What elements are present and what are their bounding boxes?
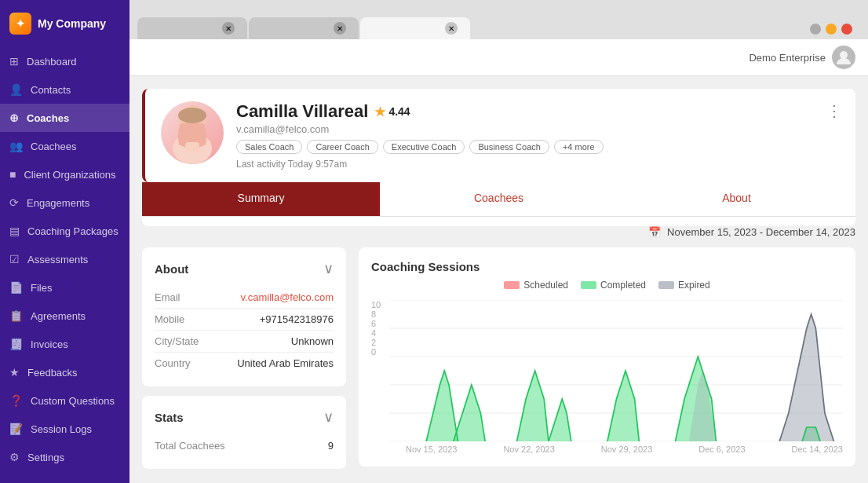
sidebar-item-label: Agreements bbox=[31, 310, 86, 322]
app-header: Demo Enterprise bbox=[129, 39, 868, 76]
profile-card-wrapper: Camilla Villareal ★ 4.44 v.camilla@felco… bbox=[142, 89, 855, 226]
email-label: Email bbox=[155, 291, 181, 303]
profile-email: v.camilla@felco.com bbox=[236, 123, 840, 135]
user-avatar bbox=[832, 46, 855, 69]
stats-card: Stats ∨ Total Coachees 9 bbox=[142, 396, 346, 469]
assessments-icon: ☑ bbox=[9, 253, 20, 265]
browser-tab-2[interactable]: ✕ bbox=[249, 17, 359, 39]
maximize-button[interactable] bbox=[826, 24, 837, 35]
sidebar-item-invoices[interactable]: 🧾 Invoices bbox=[0, 330, 129, 358]
close-button[interactable] bbox=[841, 24, 852, 35]
about-card-title: About bbox=[155, 262, 188, 276]
sidebar-item-coaching-packages[interactable]: ▤ Coaching Packages bbox=[0, 217, 129, 245]
chart-svg-wrapper: Nov 15, 2023 Nov 22, 2023 Nov 29, 2023 D… bbox=[390, 300, 843, 454]
browser-tab-1[interactable]: ✕ bbox=[137, 17, 247, 39]
sidebar-item-feedbacks[interactable]: ★ Feedbacks bbox=[0, 358, 129, 386]
content-area: Camilla Villareal ★ 4.44 v.camilla@felco… bbox=[129, 76, 868, 483]
left-column: About ∨ Email v.camilla@felco.com Mobile… bbox=[142, 247, 346, 469]
sidebar-item-label: Feedbacks bbox=[27, 367, 78, 379]
dashboard-icon: ⊞ bbox=[9, 55, 19, 68]
sidebar-item-dashboard[interactable]: ⊞ Dashboard bbox=[0, 47, 129, 75]
sidebar-item-contacts[interactable]: 👤 Contacts bbox=[0, 75, 129, 104]
summary-content: About ∨ Email v.camilla@felco.com Mobile… bbox=[142, 247, 855, 469]
feedbacks-icon: ★ bbox=[9, 366, 20, 379]
profile-tabs: Summary Coachees About bbox=[142, 182, 855, 217]
profile-avatar bbox=[161, 101, 224, 164]
stats-card-title: Stats bbox=[155, 411, 184, 424]
sidebar-item-custom-questions[interactable]: ❓ Custom Questions bbox=[0, 386, 129, 415]
stats-card-toggle[interactable]: ∨ bbox=[323, 408, 334, 426]
sidebar-item-label: Assessments bbox=[27, 254, 88, 265]
sidebar-item-client-organizations[interactable]: ■ Client Organizations bbox=[0, 160, 129, 188]
header-username: Demo Enterprise bbox=[749, 52, 826, 64]
sidebar-item-coaches[interactable]: ⊕ Coaches bbox=[0, 104, 129, 132]
sidebar-item-label: Settings bbox=[27, 452, 64, 463]
date-range[interactable]: 📅 November 15, 2023 - December 14, 2023 bbox=[142, 226, 855, 238]
legend-expired-label: Expired bbox=[678, 280, 710, 291]
tab-close-2[interactable]: ✕ bbox=[334, 22, 346, 35]
y-axis: 10 8 6 4 2 0 bbox=[371, 300, 387, 357]
total-coachees-row: Total Coachees 9 bbox=[155, 435, 334, 456]
sidebar: ✦ My Company ⊞ Dashboard 👤 Contacts ⊕ Co… bbox=[0, 0, 129, 483]
main-wrapper: ✕ ✕ ✕ Demo Enterprise bbox=[129, 0, 868, 483]
email-value: v.camilla@felco.com bbox=[241, 291, 334, 303]
sidebar-item-settings[interactable]: ⚙ Settings bbox=[0, 443, 129, 471]
x-label-4: Dec 6, 2023 bbox=[698, 445, 745, 454]
browser-tab-3[interactable]: ✕ bbox=[360, 17, 470, 39]
sidebar-item-label: Custom Questions bbox=[31, 395, 115, 407]
sidebar-item-label: Files bbox=[31, 282, 52, 294]
x-label-5: Dec 14, 2023 bbox=[792, 445, 843, 454]
tab-close-3[interactable]: ✕ bbox=[445, 22, 458, 35]
sidebar-item-session-logs[interactable]: 📝 Session Logs bbox=[0, 415, 129, 443]
minimize-button[interactable] bbox=[810, 24, 821, 35]
country-label: Country bbox=[155, 357, 191, 369]
engagements-icon: ⟳ bbox=[9, 196, 19, 209]
tab-coachees[interactable]: Coachees bbox=[380, 182, 618, 216]
tag-business-coach: Business Coach bbox=[469, 140, 549, 154]
date-range-text: November 15, 2023 - December 14, 2023 bbox=[667, 226, 855, 238]
completed-color bbox=[581, 281, 596, 289]
stats-card-header: Stats ∨ bbox=[155, 408, 334, 426]
sidebar-item-label: Engagements bbox=[27, 197, 89, 209]
sidebar-item-coachees[interactable]: 👥 Coachees bbox=[0, 132, 129, 160]
city-value: Unknown bbox=[291, 335, 334, 347]
mobile-value: +971542318976 bbox=[260, 313, 334, 325]
about-card-toggle[interactable]: ∨ bbox=[323, 260, 334, 277]
settings-icon: ⚙ bbox=[9, 451, 20, 463]
tab-about[interactable]: About bbox=[618, 182, 855, 216]
profile-tags: Sales Coach Career Coach Executive Coach… bbox=[236, 140, 840, 154]
sidebar-item-agreements[interactable]: 📋 Agreements bbox=[0, 302, 129, 330]
svg-point-4 bbox=[178, 108, 206, 123]
invoices-icon: 🧾 bbox=[9, 338, 23, 350]
sidebar-item-label: Coachees bbox=[31, 141, 77, 152]
coaches-icon: ⊕ bbox=[9, 112, 19, 124]
legend-completed: Completed bbox=[581, 280, 646, 291]
sidebar-item-files[interactable]: 📄 Files bbox=[0, 273, 129, 302]
app-name: My Company bbox=[38, 17, 106, 30]
right-column: Coaching Sessions Scheduled Completed bbox=[359, 247, 855, 469]
sidebar-item-engagements[interactable]: ⟳ Engagements bbox=[0, 188, 129, 217]
profile-rating: ★ 4.44 bbox=[374, 104, 410, 119]
star-icon: ★ bbox=[374, 104, 385, 119]
x-axis: Nov 15, 2023 Nov 22, 2023 Nov 29, 2023 D… bbox=[390, 441, 843, 454]
tab-summary[interactable]: Summary bbox=[142, 182, 380, 216]
session-logs-icon: 📝 bbox=[9, 423, 23, 435]
sidebar-item-assessments[interactable]: ☑ Assessments bbox=[0, 245, 129, 273]
tab-close-1[interactable]: ✕ bbox=[222, 22, 235, 35]
sidebar-item-label: Coaching Packages bbox=[27, 225, 119, 237]
sidebar-logo[interactable]: ✦ My Company bbox=[0, 0, 129, 47]
legend-completed-label: Completed bbox=[600, 280, 646, 291]
coachees-icon: 👥 bbox=[9, 140, 23, 152]
calendar-icon: 📅 bbox=[648, 226, 661, 238]
mobile-label: Mobile bbox=[155, 313, 184, 325]
agreements-icon: 📋 bbox=[9, 309, 23, 322]
profile-menu-button[interactable]: ⋮ bbox=[826, 101, 843, 120]
country-value: United Arab Emirates bbox=[237, 357, 334, 369]
coaching-sessions-chart: Coaching Sessions Scheduled Completed bbox=[359, 247, 855, 467]
files-icon: 📄 bbox=[9, 281, 23, 294]
sidebar-item-label: Client Organizations bbox=[24, 169, 115, 181]
svg-point-0 bbox=[840, 51, 848, 59]
header-user[interactable]: Demo Enterprise bbox=[749, 46, 855, 69]
svg-marker-16 bbox=[607, 371, 639, 441]
custom-questions-icon: ❓ bbox=[9, 394, 23, 407]
